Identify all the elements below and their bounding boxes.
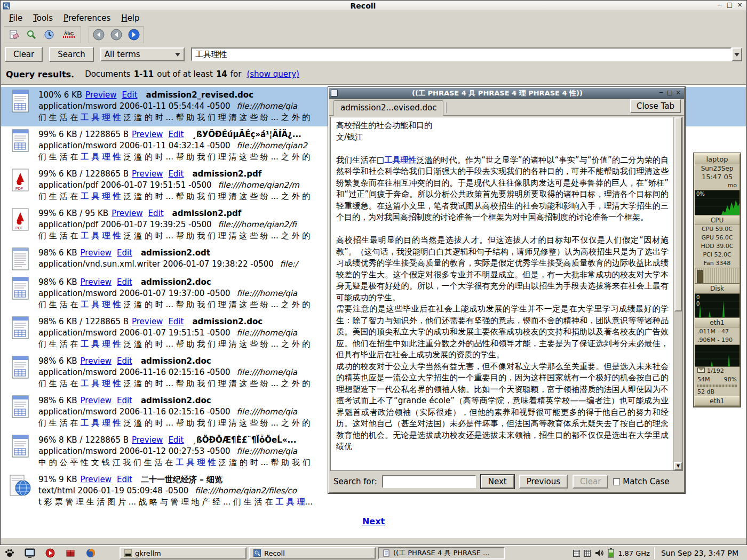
task-recoll[interactable]: Recoll — [249, 547, 376, 559]
preview-link[interactable]: Preview — [85, 90, 116, 100]
edit-link[interactable]: Edit — [117, 396, 132, 405]
menu-tools[interactable]: Tools — [28, 12, 58, 24]
edit-link[interactable]: Edit — [117, 475, 132, 484]
menu-help[interactable]: Help — [116, 12, 145, 24]
query-input[interactable] — [191, 47, 732, 61]
scroll-down-icon[interactable]: ▼ — [674, 462, 682, 470]
doc-file-icon — [6, 129, 34, 153]
gkrellm-side-label: mo — [695, 181, 740, 190]
result-title: admission2.doc — [141, 277, 211, 287]
search-mode-select[interactable]: All terms — [100, 47, 185, 61]
show-query-link[interactable]: (show query) — [247, 69, 299, 79]
preview-link[interactable]: Preview — [132, 130, 163, 139]
close-icon[interactable]: × — [735, 2, 744, 10]
find-next-button[interactable]: Next — [481, 475, 514, 489]
scrollbar-thumb[interactable] — [674, 117, 682, 311]
keyboard-layout-icon[interactable] — [584, 550, 591, 557]
taskbar-clock[interactable]: Sun Sep 23, 3:47 PM — [654, 547, 744, 559]
edit-link[interactable]: Edit — [148, 209, 164, 218]
preview-link[interactable]: Preview — [112, 209, 142, 218]
matched-term: 工 具 理 性 — [81, 152, 121, 162]
mail-count: 1/192 — [707, 367, 724, 374]
close-icon[interactable]: × — [674, 90, 682, 97]
preview-link[interactable]: Preview — [81, 277, 112, 287]
edit-link[interactable]: Edit — [168, 317, 184, 326]
history-button[interactable] — [41, 28, 57, 42]
task-gkrellm[interactable]: gkrellm — [120, 547, 247, 559]
edit-link[interactable]: Edit — [122, 90, 137, 100]
result-mime-date: application/msword 2006-11-16 02:15:16 -… — [38, 407, 231, 417]
preview-link[interactable]: Preview — [132, 435, 163, 445]
search-button[interactable]: Search — [49, 47, 94, 62]
preview-find-bar: Search for: Next Previous Clear Match Ca… — [330, 472, 683, 491]
preview-link[interactable]: Preview — [81, 248, 112, 258]
clear-button[interactable]: Clear — [5, 47, 43, 62]
window-title: Recoll — [11, 2, 715, 10]
edit-link[interactable]: Edit — [168, 130, 184, 139]
keyboard-layout-icon[interactable] — [573, 550, 580, 557]
menu-preferences[interactable]: Preferences — [58, 12, 116, 24]
firefox-icon[interactable] — [84, 547, 97, 559]
cpu-frequency: 1.87 GHz — [618, 549, 650, 557]
preview-tab[interactable]: admission2...evised.doc — [333, 100, 443, 116]
close-tab-button[interactable]: Close Tab — [630, 99, 681, 113]
result-url: file:///home/qian2/m — [218, 180, 299, 190]
terminal-icon[interactable] — [23, 547, 36, 559]
result-relevance-size: 100% 6 KB — [38, 90, 82, 100]
find-label: Search for: — [333, 477, 377, 486]
edit-link[interactable]: Edit — [117, 356, 132, 366]
memory-used: 54M — [697, 376, 710, 383]
preview-link[interactable]: Preview — [81, 396, 112, 405]
preview-link[interactable]: Preview — [81, 356, 112, 366]
edit-link[interactable]: Edit — [117, 248, 132, 258]
preview-title-bar[interactable]: ((工 PHRASE 4 具 PHRASE 4 理 PHRASE 4 性)) −… — [329, 88, 684, 99]
preview-link[interactable]: Preview — [132, 169, 163, 179]
result-title: ¸ßУÕÐÉúµÄÉç»á¹¦ÄܺÍÄ¿... — [192, 130, 301, 139]
svg-text:PDF: PDF — [15, 187, 23, 190]
maximize-icon[interactable]: □ — [665, 90, 674, 97]
preview-link[interactable]: Preview — [132, 317, 163, 326]
media-player-icon[interactable] — [44, 547, 57, 559]
title-bar[interactable]: Recoll − □ × — [1, 1, 746, 11]
first-page-button[interactable] — [91, 28, 107, 42]
result-title: admission2.doc — [192, 317, 263, 326]
query-history-dropdown[interactable] — [732, 47, 742, 61]
preview-link[interactable]: Preview — [81, 475, 112, 484]
menu-file[interactable]: File — [4, 12, 28, 24]
task-preview[interactable]: ((工 PHRASE 4 具 PHRASE ... — [378, 547, 505, 559]
volume-row: 52 dB — [695, 388, 740, 396]
clear-search-button[interactable] — [6, 28, 22, 42]
edit-link[interactable]: Edit — [168, 169, 184, 179]
paw-icon[interactable] — [3, 547, 16, 559]
next-page-button[interactable] — [126, 28, 142, 42]
edit-link[interactable]: Edit — [117, 277, 132, 287]
find-input[interactable] — [382, 475, 476, 488]
preview-scrollbar[interactable]: ▼ — [673, 117, 682, 470]
preview-paragraph: 高校招生的社会功能和目的 — [336, 120, 669, 132]
edit-link[interactable]: Edit — [168, 435, 184, 445]
preview-text[interactable]: 高校招生的社会功能和目的文/钱江我们生活在□工具理性泛滥的时代。作为“世之显学”… — [331, 117, 673, 470]
result-title: admission2.doc — [141, 356, 211, 366]
term-explorer-button[interactable]: ÂbÇ — [59, 28, 79, 42]
result-title: admission2.pdf — [172, 209, 242, 218]
next-results-link[interactable]: Next — [362, 516, 385, 526]
package-icon[interactable] — [64, 547, 77, 559]
match-case-option[interactable]: Match Case — [613, 477, 669, 486]
start-search-button[interactable] — [23, 28, 39, 42]
match-case-checkbox[interactable] — [613, 478, 620, 485]
menu-bar: File Tools Preferences Help — [1, 11, 746, 25]
maximize-icon[interactable]: □ — [725, 2, 734, 10]
prev-page-button[interactable] — [108, 28, 124, 42]
preview-window-title: ((工 PHRASE 4 具 PHRASE 4 理 PHRASE 4 性)) — [338, 89, 657, 98]
speaker-icon[interactable] — [594, 549, 604, 557]
matched-term: 工 具 理 性 — [81, 418, 121, 428]
find-clear-button[interactable]: Clear — [573, 475, 608, 489]
gkrellm-monitor[interactable]: laptop Sun23Sep 15:47 05 mo 0% CPU CPU 5… — [694, 153, 741, 407]
minimize-icon[interactable]: − — [715, 2, 724, 10]
matched-term: 工 具 理 性 — [81, 231, 121, 241]
find-previous-button[interactable]: Previous — [519, 475, 568, 489]
minimize-icon[interactable]: − — [657, 90, 665, 97]
battery-icon[interactable] — [608, 548, 614, 558]
result-title: admission2_revised.doc — [146, 90, 254, 100]
preview-window: ((工 PHRASE 4 具 PHRASE 4 理 PHRASE 4 性)) −… — [328, 87, 685, 493]
